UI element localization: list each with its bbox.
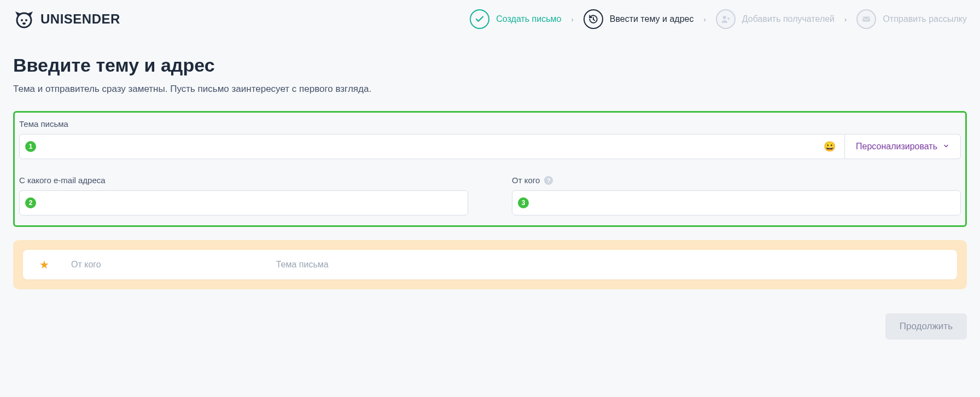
page-subtitle: Тема и отправитель сразу заметны. Пусть …: [13, 84, 967, 95]
chevron-right-icon: ›: [703, 15, 705, 24]
preview-subject: Тема письма: [276, 260, 329, 270]
highlighted-form-section: Тема письма 1 😀 Персонализировать С како…: [13, 111, 967, 227]
star-icon: ★: [39, 258, 49, 271]
svg-line-5: [593, 20, 594, 21]
personalize-button[interactable]: Персонализировать: [845, 134, 961, 159]
envelope-icon: [856, 9, 876, 29]
from-name-label-text: От кого: [512, 176, 540, 185]
step-enter-subject[interactable]: Ввести тему и адрес: [584, 9, 694, 29]
logo-icon: [13, 8, 35, 30]
badge-two: 2: [25, 197, 36, 208]
step-add-recipients: Добавить получателей: [716, 9, 835, 29]
step-label: Создать письмо: [496, 14, 561, 24]
chevron-right-icon: ›: [571, 15, 573, 24]
svg-rect-7: [863, 17, 871, 22]
from-name-col: От кого ? 3: [512, 176, 961, 215]
preview-panel: ★ От кого Тема письма: [13, 240, 967, 289]
logo[interactable]: UNISENDER: [13, 8, 120, 30]
check-icon: [470, 9, 489, 29]
subject-input[interactable]: [40, 142, 820, 151]
badge-one: 1: [25, 141, 36, 152]
continue-button[interactable]: Продолжить: [885, 313, 967, 340]
from-name-input-wrap: 3: [512, 190, 961, 215]
brand-name: UNISENDER: [40, 11, 120, 27]
chevron-right-icon: ›: [844, 15, 847, 24]
page-content: Введите тему и адрес Тема и отправитель …: [0, 38, 980, 361]
emoji-icon[interactable]: 😀: [820, 141, 839, 153]
step-label: Добавить получателей: [742, 14, 835, 24]
from-email-label: С какого e-mail адреса: [19, 176, 468, 185]
svg-point-3: [22, 22, 26, 25]
add-user-icon: [716, 9, 736, 29]
page-title: Введите тему и адрес: [13, 55, 967, 76]
preview-bar: ★ От кого Тема письма: [23, 250, 957, 279]
subject-row: 1 😀 Персонализировать: [19, 134, 961, 159]
svg-point-0: [17, 13, 31, 27]
header: UNISENDER Создать письмо › Ввести тему и…: [0, 0, 980, 38]
step-label: Отправить рассылку: [883, 14, 967, 24]
stepper: Создать письмо › Ввести тему и адрес › Д…: [470, 9, 967, 29]
step-create-email[interactable]: Создать письмо: [470, 9, 561, 29]
subject-input-wrap: 1 😀: [19, 134, 845, 159]
from-name-input[interactable]: [533, 198, 955, 208]
from-email-input[interactable]: [40, 198, 462, 208]
preview-from: От кого: [71, 260, 101, 270]
from-name-label: От кого ?: [512, 176, 961, 185]
svg-point-6: [723, 16, 726, 19]
two-col: С какого e-mail адреса 2 От кого ? 3: [19, 176, 961, 215]
step-send: Отправить рассылку: [856, 9, 967, 29]
step-label: Ввести тему и адрес: [610, 14, 694, 24]
svg-point-1: [21, 19, 23, 21]
history-icon: [584, 9, 603, 29]
from-email-input-wrap: 2: [19, 190, 468, 215]
badge-three: 3: [518, 197, 529, 208]
help-icon[interactable]: ?: [544, 176, 553, 185]
from-email-col: С какого e-mail адреса 2: [19, 176, 468, 215]
personalize-label: Персонализировать: [856, 142, 937, 151]
footer: Продолжить: [13, 313, 967, 340]
subject-label: Тема письма: [19, 119, 961, 129]
chevron-down-icon: [943, 142, 949, 151]
svg-point-2: [25, 19, 27, 21]
